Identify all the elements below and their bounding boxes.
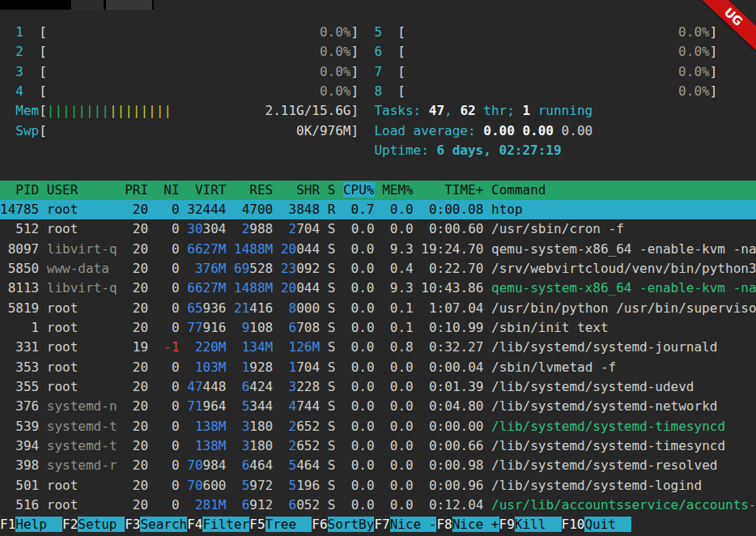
time-cell: 0:22.70 bbox=[421, 261, 483, 276]
column-header-ni[interactable]: NI bbox=[156, 182, 180, 198]
process-row[interactable]: 376 systemd-n 20 0 71964 5344 4744 S 0.0… bbox=[0, 397, 756, 416]
state-cell: S bbox=[328, 398, 336, 414]
user-cell: systemd-t bbox=[47, 438, 117, 453]
fkey-quit[interactable]: F10Quit bbox=[562, 517, 632, 532]
process-row[interactable]: 5850 www-data 20 0 376M 69528 23092 S 0.… bbox=[0, 259, 756, 279]
nice-cell: -1 bbox=[156, 339, 180, 355]
virt-cell: 30304 bbox=[187, 221, 226, 236]
process-row[interactable]: 14785 root 20 0 32444 4700 3848 R 0.7 0.… bbox=[0, 200, 756, 219]
time-cell: 0:00.04 bbox=[421, 359, 483, 375]
process-row[interactable]: 398 systemd-r 20 0 70984 6464 5464 S 0.0… bbox=[0, 456, 756, 475]
user-cell: root bbox=[47, 320, 117, 335]
command-cell: /sbin/init text bbox=[491, 320, 609, 335]
res-cell: 9108 bbox=[234, 320, 273, 335]
process-row[interactable]: 5819 root 20 0 65936 21416 8000 S 0.0 0.… bbox=[0, 299, 756, 318]
f6-action-label: SortBy bbox=[328, 517, 375, 532]
priority-cell: 20 bbox=[125, 261, 148, 276]
command-cell: /usr/sbin/cron -f bbox=[491, 221, 624, 236]
virt-cell: 103M bbox=[187, 359, 226, 375]
f2-action-label: Setup bbox=[78, 517, 125, 532]
user-cell: root bbox=[47, 478, 117, 493]
fkey-filter[interactable]: F4Filter bbox=[187, 517, 249, 532]
f10-action-label: Quit bbox=[584, 517, 631, 532]
column-header-res[interactable]: RES bbox=[234, 182, 273, 198]
mem-percent-cell: 9.3 bbox=[382, 280, 414, 296]
process-row[interactable]: 394 systemd-t 20 0 138M 3180 2652 S 0.0 … bbox=[0, 436, 756, 456]
pid-cell: 398 bbox=[0, 457, 39, 473]
res-cell: 1488M bbox=[234, 241, 273, 257]
fkey-help[interactable]: F1Help bbox=[0, 517, 62, 532]
state-cell: S bbox=[328, 221, 336, 236]
column-header-pri[interactable]: PRI bbox=[125, 182, 148, 198]
user-cell: libvirt-q bbox=[47, 280, 117, 296]
fkey-tree[interactable]: F5Tree bbox=[249, 517, 312, 532]
process-row[interactable]: 1 root 20 0 77916 9108 6708 S 0.0 0.1 0:… bbox=[0, 318, 756, 338]
user-cell: systemd-n bbox=[47, 398, 117, 414]
process-row[interactable]: 516 root 20 0 281M 6912 6052 S 0.0 0.0 0… bbox=[0, 496, 756, 515]
fkey-search[interactable]: F3Search bbox=[125, 517, 187, 532]
fkey-nice-[interactable]: F7Nice - bbox=[374, 517, 436, 532]
meter-open-bracket: [ bbox=[39, 103, 47, 118]
cpu-meter-row: 2 [ 0.0%] 6 [ 0.0%] bbox=[0, 42, 756, 62]
column-header-shr[interactable]: SHR bbox=[281, 182, 320, 198]
load-5min: 0.00 bbox=[522, 123, 561, 138]
shr-cell: 3848 bbox=[281, 202, 320, 217]
column-header-time[interactable]: TIME+ bbox=[421, 182, 483, 198]
nice-cell: 0 bbox=[156, 241, 180, 257]
process-row[interactable]: 8113 libvirt-q 20 0 6627M 1488M 20044 S … bbox=[0, 279, 756, 298]
time-cell: 0:01.39 bbox=[421, 379, 483, 394]
threads-count: 62 bbox=[460, 103, 475, 118]
process-row[interactable]: 512 root 20 0 30304 2988 2704 S 0.0 0.0 … bbox=[0, 219, 756, 239]
virt-cell: 220M bbox=[187, 339, 226, 355]
cpu-percent-cell: 0.7 bbox=[343, 202, 375, 217]
user-cell: systemd-r bbox=[47, 457, 117, 473]
fkey-setup[interactable]: F2Setup bbox=[62, 517, 125, 532]
process-row[interactable]: 501 root 20 0 70600 5972 5196 S 0.0 0.0 … bbox=[0, 476, 756, 496]
mem-percent-cell: 0.0 bbox=[382, 438, 414, 453]
priority-cell: 20 bbox=[125, 478, 148, 493]
pid-cell: 355 bbox=[0, 379, 39, 394]
meter-open-bracket: [ bbox=[397, 24, 406, 40]
nice-cell: 0 bbox=[156, 261, 180, 276]
process-row[interactable]: 353 root 20 0 103M 1928 1704 S 0.0 0.0 0… bbox=[0, 358, 756, 377]
meter-open-bracket: [ bbox=[39, 44, 47, 59]
mem-percent-cell: 0.0 bbox=[382, 398, 414, 414]
column-header-pid[interactable]: PID bbox=[0, 182, 39, 198]
time-cell: 0:00.66 bbox=[421, 438, 483, 453]
state-cell: S bbox=[328, 457, 336, 473]
user-cell: root bbox=[47, 497, 117, 513]
nice-cell: 0 bbox=[156, 202, 180, 217]
column-header-cmd[interactable]: Command bbox=[491, 182, 546, 198]
shr-cell: 5196 bbox=[281, 478, 320, 493]
fkey-nice-[interactable]: F8Nice + bbox=[436, 517, 499, 532]
mem-meter-label: Mem bbox=[15, 103, 39, 118]
shr-cell: 2652 bbox=[281, 419, 320, 434]
mem-percent-cell: 0.0 bbox=[382, 419, 414, 434]
virt-cell: 65936 bbox=[187, 300, 226, 316]
res-cell: 1928 bbox=[234, 359, 273, 375]
shr-cell: 126M bbox=[281, 339, 320, 355]
cpu1-value: 0.0% bbox=[320, 24, 351, 40]
fkey-sortby[interactable]: F6SortBy bbox=[312, 517, 374, 532]
meter-close-bracket: ] bbox=[710, 44, 718, 59]
f8-action-label: Nice + bbox=[452, 517, 499, 532]
tasks-count: 47 bbox=[429, 103, 444, 118]
process-row[interactable]: 331 root 19 -1 220M 134M 126M S 0.0 0.8 … bbox=[0, 338, 756, 357]
user-cell: root bbox=[47, 359, 117, 375]
process-row[interactable]: 539 systemd-t 20 0 138M 3180 2652 S 0.0 … bbox=[0, 417, 756, 436]
process-row[interactable]: 355 root 20 0 47448 6424 3228 S 0.0 0.0 … bbox=[0, 377, 756, 397]
column-header-mem[interactable]: MEM% bbox=[382, 182, 414, 198]
state-cell: S bbox=[328, 419, 336, 434]
command-cell: /usr/bin/python /usr/bin/superviso bbox=[491, 300, 756, 316]
uptime-label: Uptime: bbox=[374, 143, 436, 158]
fkey-kill[interactable]: F9Kill bbox=[499, 517, 562, 532]
column-header-cpu[interactable]: CPU% bbox=[343, 182, 375, 198]
process-row[interactable]: 8097 libvirt-q 20 0 6627M 1488M 20044 S … bbox=[0, 240, 756, 259]
column-header-user[interactable]: USER bbox=[47, 182, 117, 198]
pid-cell: 516 bbox=[0, 497, 39, 513]
column-header-s[interactable]: S bbox=[328, 182, 336, 198]
column-header-virt[interactable]: VIRT bbox=[187, 182, 226, 198]
cpu-percent-cell: 0.0 bbox=[343, 300, 375, 316]
mem-percent-cell: 0.0 bbox=[382, 497, 414, 513]
user-cell: root bbox=[47, 300, 117, 316]
